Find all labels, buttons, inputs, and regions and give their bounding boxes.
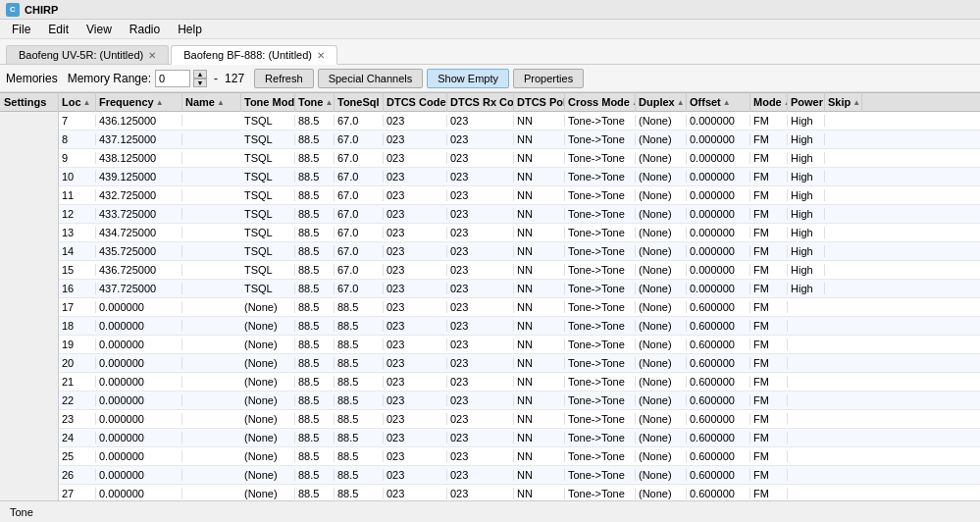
cell-tone: 88.5 (295, 432, 335, 444)
header-tonemode[interactable]: Tone Mode ▲ (241, 92, 295, 112)
cell-power: High (788, 171, 825, 183)
cell-tonemode: TSQL (241, 171, 295, 183)
settings-header-label: Settings (4, 96, 46, 108)
cell-loc: 18 (59, 320, 96, 332)
table-row[interactable]: 15 436.725000 TSQL 88.5 67.0 023 023 NN … (59, 261, 980, 280)
cell-duplex: (None) (636, 264, 687, 276)
cell-duplex: (None) (636, 133, 687, 145)
header-duplex[interactable]: Duplex ▲ (636, 92, 687, 112)
menu-file[interactable]: File (4, 21, 38, 38)
cell-freq: 436.125000 (96, 115, 182, 127)
cell-tonemode: TSQL (241, 208, 295, 220)
cell-tonesql: 67.0 (335, 245, 384, 257)
table-row[interactable]: 22 0.000000 (None) 88.5 88.5 023 023 NN … (59, 392, 980, 410)
header-cross[interactable]: Cross Mode ▲ (565, 92, 636, 112)
header-dtcspol[interactable]: DTCS Pol ▲ (514, 92, 565, 112)
cell-offset: 0.000000 (687, 264, 750, 276)
table-row[interactable]: 20 0.000000 (None) 88.5 88.5 023 023 NN … (59, 354, 980, 373)
header-power[interactable]: Power ▲ (788, 92, 825, 112)
table-row[interactable]: 10 439.125000 TSQL 88.5 67.0 023 023 NN … (59, 168, 980, 186)
cell-dtcsrx: 023 (447, 357, 514, 369)
cell-freq: 0.000000 (96, 301, 182, 313)
cell-tonesql: 88.5 (335, 339, 384, 350)
memory-range-label: Memory Range: (68, 72, 151, 85)
cell-freq: 432.725000 (96, 189, 182, 201)
header-mode[interactable]: Mode ▲ (750, 92, 788, 112)
spinner-down[interactable]: ▼ (193, 78, 207, 87)
cell-mode: FM (750, 339, 788, 350)
cell-dtcsrx: 023 (447, 394, 514, 406)
show-empty-button[interactable]: Show Empty (427, 69, 509, 88)
refresh-button[interactable]: Refresh (254, 69, 314, 88)
range-start-input[interactable] (155, 70, 190, 87)
tab-uv5r[interactable]: Baofeng UV-5R: (Untitled) ✕ (6, 45, 169, 64)
table-row[interactable]: 11 432.725000 TSQL 88.5 67.0 023 023 NN … (59, 186, 980, 205)
range-start-spinner[interactable]: ▲ ▼ (193, 70, 207, 87)
table-row[interactable]: 26 0.000000 (None) 88.5 88.5 023 023 NN … (59, 466, 980, 485)
header-tone[interactable]: Tone ▲ (295, 92, 335, 112)
cell-duplex: (None) (636, 283, 687, 294)
header-dtcsrx[interactable]: DTCS Rx Code ▲ (447, 92, 514, 112)
table-row[interactable]: 19 0.000000 (None) 88.5 88.5 023 023 NN … (59, 336, 980, 354)
cell-cross: Tone->Tone (565, 115, 636, 127)
header-name[interactable]: Name ▲ (182, 92, 241, 112)
cell-dtcs: 023 (384, 283, 447, 294)
cell-tonemode: TSQL (241, 189, 295, 201)
tab-bf888-close[interactable]: ✕ (317, 50, 325, 61)
menu-radio[interactable]: Radio (122, 21, 168, 38)
spinner-up[interactable]: ▲ (193, 70, 207, 78)
table-row[interactable]: 9 438.125000 TSQL 88.5 67.0 023 023 NN T… (59, 149, 980, 168)
table-row[interactable]: 8 437.125000 TSQL 88.5 67.0 023 023 NN T… (59, 130, 980, 149)
header-skip[interactable]: Skip ▲ (825, 92, 862, 112)
table-row[interactable]: 13 434.725000 TSQL 88.5 67.0 023 023 NN … (59, 224, 980, 242)
tab-bf888[interactable]: Baofeng BF-888: (Untitled) ✕ (171, 45, 337, 65)
cell-cross: Tone->Tone (565, 339, 636, 350)
cell-freq: 433.725000 (96, 208, 182, 220)
header-loc[interactable]: Loc ▲ (59, 92, 96, 112)
table-row[interactable]: 7 436.125000 TSQL 88.5 67.0 023 023 NN T… (59, 112, 980, 130)
cell-mode: FM (750, 189, 788, 201)
special-channels-button[interactable]: Special Channels (318, 69, 424, 88)
cell-tonemode: (None) (241, 357, 295, 369)
table-row[interactable]: 21 0.000000 (None) 88.5 88.5 023 023 NN … (59, 373, 980, 392)
cell-tonemode: (None) (241, 413, 295, 425)
cell-dtcs: 023 (384, 450, 447, 462)
cell-cross: Tone->Tone (565, 357, 636, 369)
table-row[interactable]: 25 0.000000 (None) 88.5 88.5 023 023 NN … (59, 447, 980, 466)
header-offset[interactable]: Offset ▲ (687, 92, 750, 112)
cell-cross: Tone->Tone (565, 264, 636, 276)
cell-tonesql: 88.5 (335, 450, 384, 462)
table-row[interactable]: 12 433.725000 TSQL 88.5 67.0 023 023 NN … (59, 205, 980, 224)
cell-loc: 24 (59, 432, 96, 444)
header-tonesql[interactable]: ToneSql ▲ (335, 92, 384, 112)
table-row[interactable]: 24 0.000000 (None) 88.5 88.5 023 023 NN … (59, 429, 980, 447)
menu-view[interactable]: View (78, 21, 120, 38)
cell-dtcspol: NN (514, 469, 565, 481)
menu-help[interactable]: Help (170, 21, 210, 38)
cell-tone: 88.5 (295, 469, 335, 481)
cell-offset: 0.000000 (687, 115, 750, 127)
tab-uv5r-close[interactable]: ✕ (148, 50, 156, 61)
table-row[interactable]: 17 0.000000 (None) 88.5 88.5 023 023 NN … (59, 298, 980, 317)
cell-cross: Tone->Tone (565, 227, 636, 238)
cell-offset: 0.600000 (687, 488, 750, 499)
menu-edit[interactable]: Edit (40, 21, 77, 38)
table-row[interactable]: 14 435.725000 TSQL 88.5 67.0 023 023 NN … (59, 242, 980, 261)
table-row[interactable]: 16 437.725000 TSQL 88.5 67.0 023 023 NN … (59, 280, 980, 298)
cell-power: High (788, 283, 825, 294)
cell-tonemode: TSQL (241, 152, 295, 164)
cell-duplex: (None) (636, 450, 687, 462)
properties-button[interactable]: Properties (513, 69, 584, 88)
cell-freq: 0.000000 (96, 450, 182, 462)
table-row[interactable]: 18 0.000000 (None) 88.5 88.5 023 023 NN … (59, 317, 980, 336)
cell-power: High (788, 152, 825, 164)
cell-mode: FM (750, 301, 788, 313)
cell-cross: Tone->Tone (565, 133, 636, 145)
cell-offset: 0.600000 (687, 357, 750, 369)
table-row[interactable]: 23 0.000000 (None) 88.5 88.5 023 023 NN … (59, 410, 980, 429)
cell-dtcspol: NN (514, 450, 565, 462)
cell-dtcsrx: 023 (447, 469, 514, 481)
tab-bf888-label: Baofeng BF-888: (Untitled) (183, 49, 312, 61)
header-freq[interactable]: Frequency ▲ (96, 92, 182, 112)
header-dtcs[interactable]: DTCS Code ▲ (384, 92, 447, 112)
